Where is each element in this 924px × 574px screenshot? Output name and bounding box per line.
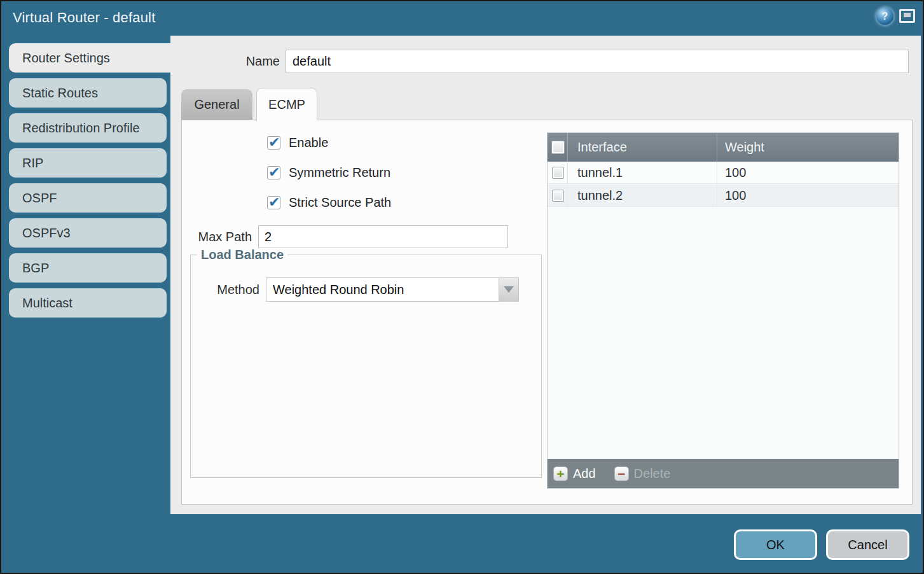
restore-window-icon[interactable]	[899, 9, 915, 23]
tab-ecmp[interactable]: ECMP	[256, 88, 317, 121]
table-row-tunnel1[interactable]: tunnel.1 100	[548, 162, 899, 184]
weight-cell: 100	[725, 162, 746, 184]
cell-divider	[567, 162, 568, 184]
max-path-input[interactable]	[258, 225, 508, 248]
cell-divider	[717, 185, 717, 207]
dialog-title: Virtual Router - default	[13, 10, 156, 26]
max-path-label: Max Path	[182, 225, 252, 249]
cell-divider	[567, 185, 568, 207]
select-all-checkbox[interactable]	[551, 141, 565, 154]
sidebar: Router Settings Static Routes Redistribu…	[1, 36, 170, 573]
table-footer: + Add − Delete	[548, 459, 899, 488]
name-label: Name	[170, 50, 280, 73]
sidebar-item-ospf[interactable]: OSPF	[9, 183, 167, 213]
sidebar-item-static-routes[interactable]: Static Routes	[9, 78, 167, 108]
column-divider	[567, 133, 568, 162]
restore-inner-shape	[904, 13, 911, 17]
table-header: Interface Weight	[548, 133, 899, 162]
method-value: Weighted Round Robin	[273, 278, 404, 301]
interface-column-header[interactable]: Interface	[577, 133, 627, 162]
sidebar-item-router-settings[interactable]: Router Settings	[9, 43, 172, 73]
interface-cell: tunnel.1	[577, 162, 623, 184]
add-button[interactable]: + Add	[553, 466, 596, 481]
sidebar-item-redistribution-profile[interactable]: Redistribution Profile	[9, 113, 167, 143]
method-row: Method Weighted Round Robin	[191, 277, 541, 302]
symmetric-return-option: Symmetric Return	[267, 165, 390, 180]
sidebar-item-ospfv3[interactable]: OSPFv3	[9, 218, 167, 248]
plus-icon: +	[553, 466, 568, 481]
minus-icon: −	[614, 466, 629, 481]
chevron-down-icon	[504, 286, 514, 293]
load-balance-title: Load Balance	[197, 248, 287, 262]
sidebar-item-rip[interactable]: RIP	[9, 148, 167, 178]
help-icon[interactable]: ?	[876, 8, 893, 25]
help-glyph: ?	[882, 11, 888, 22]
load-balance-group: Load Balance Method Weighted Round Robin	[190, 248, 542, 478]
symmetric-return-label: Symmetric Return	[289, 165, 390, 180]
ok-button[interactable]: OK	[734, 529, 817, 560]
enable-checkbox[interactable]	[267, 136, 280, 150]
method-label: Method	[191, 277, 259, 302]
virtual-router-dialog: Virtual Router - default ? Router Settin…	[0, 0, 924, 574]
add-label: Add	[573, 466, 596, 481]
interface-table: Interface Weight tunnel.1 100 tunnel.2 1…	[547, 132, 899, 489]
content-area: Name General ECMP Enable Symmetric Retur…	[170, 36, 921, 514]
dropdown-arrow-button[interactable]	[499, 278, 518, 301]
symmetric-return-checkbox[interactable]	[267, 166, 280, 179]
enable-label: Enable	[289, 136, 328, 150]
delete-label: Delete	[634, 466, 671, 481]
row-checkbox[interactable]	[552, 190, 564, 202]
row-checkbox[interactable]	[552, 167, 564, 179]
cancel-button[interactable]: Cancel	[826, 529, 909, 560]
column-divider	[717, 133, 717, 162]
ecmp-panel: Enable Symmetric Return Strict Source Pa…	[181, 120, 913, 505]
table-row-tunnel2[interactable]: tunnel.2 100	[548, 185, 899, 207]
sidebar-item-multicast[interactable]: Multicast	[9, 288, 167, 318]
strict-source-path-checkbox[interactable]	[267, 196, 280, 209]
delete-button[interactable]: − Delete	[614, 466, 671, 481]
titlebar: Virtual Router - default ?	[1, 1, 923, 36]
weight-cell: 100	[725, 185, 746, 207]
enable-option: Enable	[267, 136, 328, 150]
weight-column-header[interactable]: Weight	[725, 133, 764, 162]
strict-source-path-option: Strict Source Path	[267, 195, 391, 210]
cell-divider	[717, 162, 717, 184]
name-input[interactable]	[286, 50, 909, 73]
method-dropdown[interactable]: Weighted Round Robin	[266, 277, 519, 302]
sidebar-item-bgp[interactable]: BGP	[9, 253, 167, 283]
tab-general[interactable]: General	[181, 89, 252, 120]
interface-cell: tunnel.2	[577, 185, 623, 207]
strict-source-path-label: Strict Source Path	[289, 195, 391, 210]
